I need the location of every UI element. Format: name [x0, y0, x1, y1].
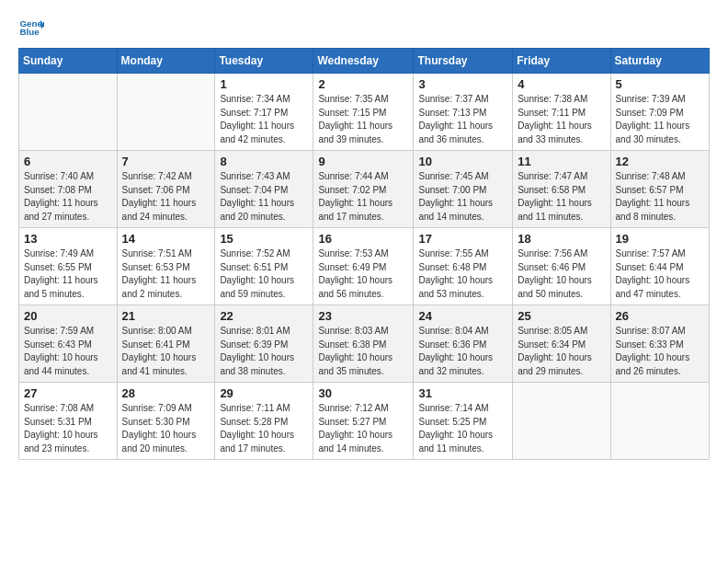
calendar-cell: 6Sunrise: 7:40 AMSunset: 7:08 PMDaylight… — [19, 151, 118, 228]
day-number: 24 — [418, 309, 507, 323]
day-number: 20 — [24, 309, 112, 323]
calendar-cell: 30Sunrise: 7:12 AMSunset: 5:27 PMDayligh… — [313, 383, 414, 460]
svg-text:Blue: Blue — [19, 27, 40, 37]
day-number: 8 — [220, 155, 308, 168]
calendar-week-2: 6Sunrise: 7:40 AMSunset: 7:08 PMDaylight… — [19, 151, 710, 228]
calendar-cell: 4Sunrise: 7:38 AMSunset: 7:11 PMDaylight… — [513, 74, 610, 151]
day-info: Sunrise: 7:38 AMSunset: 7:11 PMDaylight:… — [518, 93, 605, 146]
logo: General Blue — [18, 15, 46, 40]
logo-icon: General Blue — [18, 15, 44, 40]
calendar-cell: 10Sunrise: 7:45 AMSunset: 7:00 PMDayligh… — [414, 151, 513, 228]
day-number: 10 — [418, 155, 507, 168]
day-info: Sunrise: 7:08 AMSunset: 5:31 PMDaylight:… — [24, 402, 112, 455]
calendar-header-row: SundayMondayTuesdayWednesdayThursdayFrid… — [19, 49, 710, 74]
calendar-cell: 2Sunrise: 7:35 AMSunset: 7:15 PMDaylight… — [313, 74, 414, 151]
day-info: Sunrise: 8:04 AMSunset: 6:36 PMDaylight:… — [418, 325, 507, 378]
calendar-cell: 26Sunrise: 8:07 AMSunset: 6:33 PMDayligh… — [610, 305, 709, 383]
day-number: 12 — [616, 155, 704, 168]
day-info: Sunrise: 7:59 AMSunset: 6:43 PMDaylight:… — [24, 325, 112, 378]
day-info: Sunrise: 7:42 AMSunset: 7:06 PMDaylight:… — [122, 170, 210, 224]
day-info: Sunrise: 7:55 AMSunset: 6:48 PMDaylight:… — [418, 247, 507, 301]
day-info: Sunrise: 8:01 AMSunset: 6:39 PMDaylight:… — [220, 325, 308, 378]
calendar-cell: 11Sunrise: 7:47 AMSunset: 6:58 PMDayligh… — [513, 151, 610, 228]
day-info: Sunrise: 8:05 AMSunset: 6:34 PMDaylight:… — [518, 325, 605, 378]
day-header-monday: Monday — [117, 49, 215, 74]
calendar-table: SundayMondayTuesdayWednesdayThursdayFrid… — [18, 48, 710, 460]
day-number: 13 — [24, 232, 112, 246]
day-number: 21 — [122, 309, 210, 323]
calendar-cell: 12Sunrise: 7:48 AMSunset: 6:57 PMDayligh… — [610, 151, 709, 228]
calendar-week-1: 1Sunrise: 7:34 AMSunset: 7:17 PMDaylight… — [19, 74, 710, 151]
day-number: 5 — [616, 77, 704, 91]
day-number: 30 — [318, 386, 408, 400]
day-info: Sunrise: 7:44 AMSunset: 7:02 PMDaylight:… — [318, 170, 408, 224]
calendar-week-5: 27Sunrise: 7:08 AMSunset: 5:31 PMDayligh… — [19, 383, 710, 460]
calendar-cell: 29Sunrise: 7:11 AMSunset: 5:28 PMDayligh… — [215, 383, 313, 460]
day-info: Sunrise: 8:00 AMSunset: 6:41 PMDaylight:… — [122, 325, 210, 378]
day-number: 4 — [518, 77, 605, 91]
day-number: 3 — [418, 77, 507, 91]
calendar-cell: 24Sunrise: 8:04 AMSunset: 6:36 PMDayligh… — [414, 305, 513, 383]
calendar-cell: 3Sunrise: 7:37 AMSunset: 7:13 PMDaylight… — [414, 74, 513, 151]
day-info: Sunrise: 7:14 AMSunset: 5:25 PMDaylight:… — [418, 402, 507, 455]
calendar-cell: 21Sunrise: 8:00 AMSunset: 6:41 PMDayligh… — [117, 305, 215, 383]
day-number: 9 — [318, 155, 408, 168]
calendar-cell — [610, 383, 709, 460]
day-info: Sunrise: 7:56 AMSunset: 6:46 PMDaylight:… — [518, 247, 605, 301]
day-number: 22 — [220, 309, 308, 323]
day-number: 17 — [418, 232, 507, 246]
day-number: 26 — [616, 309, 704, 323]
day-info: Sunrise: 7:51 AMSunset: 6:53 PMDaylight:… — [122, 247, 210, 301]
calendar-cell: 20Sunrise: 7:59 AMSunset: 6:43 PMDayligh… — [19, 305, 118, 383]
calendar-cell: 8Sunrise: 7:43 AMSunset: 7:04 PMDaylight… — [215, 151, 313, 228]
day-info: Sunrise: 7:35 AMSunset: 7:15 PMDaylight:… — [318, 93, 408, 146]
day-number: 23 — [318, 309, 408, 323]
day-header-tuesday: Tuesday — [215, 49, 313, 74]
calendar-week-3: 13Sunrise: 7:49 AMSunset: 6:55 PMDayligh… — [19, 228, 710, 305]
calendar-cell — [19, 74, 118, 151]
day-number: 29 — [220, 386, 308, 400]
calendar-week-4: 20Sunrise: 7:59 AMSunset: 6:43 PMDayligh… — [19, 305, 710, 383]
day-number: 25 — [518, 309, 605, 323]
day-info: Sunrise: 7:11 AMSunset: 5:28 PMDaylight:… — [220, 402, 308, 455]
day-number: 15 — [220, 232, 308, 246]
day-info: Sunrise: 7:47 AMSunset: 6:58 PMDaylight:… — [518, 170, 605, 224]
calendar-cell: 9Sunrise: 7:44 AMSunset: 7:02 PMDaylight… — [313, 151, 414, 228]
calendar-cell: 1Sunrise: 7:34 AMSunset: 7:17 PMDaylight… — [215, 74, 313, 151]
day-number: 31 — [418, 386, 507, 400]
day-info: Sunrise: 7:43 AMSunset: 7:04 PMDaylight:… — [220, 170, 308, 224]
calendar-cell: 25Sunrise: 8:05 AMSunset: 6:34 PMDayligh… — [513, 305, 610, 383]
calendar-cell: 27Sunrise: 7:08 AMSunset: 5:31 PMDayligh… — [19, 383, 118, 460]
day-number: 1 — [220, 77, 308, 91]
day-info: Sunrise: 7:49 AMSunset: 6:55 PMDaylight:… — [24, 247, 112, 301]
calendar-cell — [513, 383, 610, 460]
day-number: 14 — [122, 232, 210, 246]
day-info: Sunrise: 7:40 AMSunset: 7:08 PMDaylight:… — [24, 170, 112, 224]
calendar-cell: 18Sunrise: 7:56 AMSunset: 6:46 PMDayligh… — [513, 228, 610, 305]
calendar-cell — [117, 74, 215, 151]
day-info: Sunrise: 8:03 AMSunset: 6:38 PMDaylight:… — [318, 325, 408, 378]
day-header-wednesday: Wednesday — [313, 49, 414, 74]
day-info: Sunrise: 7:37 AMSunset: 7:13 PMDaylight:… — [418, 93, 507, 146]
calendar-cell: 17Sunrise: 7:55 AMSunset: 6:48 PMDayligh… — [414, 228, 513, 305]
day-number: 11 — [518, 155, 605, 168]
calendar-cell: 14Sunrise: 7:51 AMSunset: 6:53 PMDayligh… — [117, 228, 215, 305]
calendar-cell: 16Sunrise: 7:53 AMSunset: 6:49 PMDayligh… — [313, 228, 414, 305]
calendar-cell: 5Sunrise: 7:39 AMSunset: 7:09 PMDaylight… — [610, 74, 709, 151]
calendar-cell: 31Sunrise: 7:14 AMSunset: 5:25 PMDayligh… — [414, 383, 513, 460]
day-number: 6 — [24, 155, 112, 168]
calendar-cell: 22Sunrise: 8:01 AMSunset: 6:39 PMDayligh… — [215, 305, 313, 383]
day-info: Sunrise: 7:53 AMSunset: 6:49 PMDaylight:… — [318, 247, 408, 301]
day-number: 19 — [616, 232, 704, 246]
day-number: 16 — [318, 232, 408, 246]
day-info: Sunrise: 7:34 AMSunset: 7:17 PMDaylight:… — [220, 93, 308, 146]
day-number: 7 — [122, 155, 210, 168]
day-info: Sunrise: 7:57 AMSunset: 6:44 PMDaylight:… — [616, 247, 704, 301]
calendar-cell: 15Sunrise: 7:52 AMSunset: 6:51 PMDayligh… — [215, 228, 313, 305]
day-info: Sunrise: 7:45 AMSunset: 7:00 PMDaylight:… — [418, 170, 507, 224]
day-number: 27 — [24, 386, 112, 400]
day-number: 18 — [518, 232, 605, 246]
day-info: Sunrise: 7:12 AMSunset: 5:27 PMDaylight:… — [318, 402, 408, 455]
day-number: 28 — [122, 386, 210, 400]
day-info: Sunrise: 7:52 AMSunset: 6:51 PMDaylight:… — [220, 247, 308, 301]
